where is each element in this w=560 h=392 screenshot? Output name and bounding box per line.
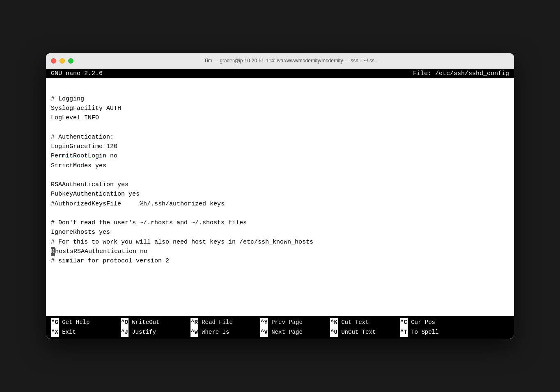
footer-item-justify: ^J Justify bbox=[121, 328, 190, 337]
line-blank-2 bbox=[51, 123, 509, 132]
desc-uncuttext: UnCut Text bbox=[338, 328, 376, 337]
line-syslog: SyslogFacility AUTH bbox=[51, 104, 509, 113]
traffic-lights bbox=[51, 58, 73, 64]
key-o: ^O bbox=[121, 318, 129, 328]
key-t: ^T bbox=[400, 328, 408, 337]
footer-item-uncuttext: ^U UnCut Text bbox=[330, 328, 400, 337]
window-title: Tim — grader@ip-10-20-51-114: /var/www/m… bbox=[73, 58, 509, 64]
line-rsa: RSAAuthentication yes bbox=[51, 180, 509, 189]
nano-content[interactable]: # Logging SyslogFacility AUTH LogLevel I… bbox=[46, 78, 514, 316]
line-auth-comment: # Authentication: bbox=[51, 132, 509, 142]
desc-curpos: Cur Pos bbox=[408, 318, 435, 328]
line-strictmodes: StrictModes yes bbox=[51, 161, 509, 171]
desc-prevpage: Prev Page bbox=[268, 318, 306, 328]
key-g: ^G bbox=[51, 318, 59, 328]
nano-header: GNU nano 2.2.6 File: /etc/ssh/sshd_confi… bbox=[46, 69, 514, 78]
footer-item-help: ^G Get Help bbox=[51, 318, 121, 328]
line-permitroot: PermitRootLogin no bbox=[51, 151, 509, 161]
desc-nextpage: Next Page bbox=[268, 328, 306, 337]
key-r: ^R bbox=[190, 318, 198, 328]
line-rhosts-comment: # Don't read the user's ~/.rhosts and ~/… bbox=[51, 218, 509, 228]
key-v: ^V bbox=[260, 328, 268, 337]
line-logging-comment: # Logging bbox=[51, 94, 509, 104]
line-blank-1 bbox=[51, 85, 509, 94]
line-ignorerhosts: IgnoreRhosts yes bbox=[51, 228, 509, 237]
desc-readfile: Read File bbox=[198, 318, 236, 328]
line-gracetime: LoginGraceTime 120 bbox=[51, 142, 509, 151]
key-u: ^U bbox=[330, 328, 338, 337]
line-hostkeys-comment: # For this to work you will also need ho… bbox=[51, 237, 509, 247]
line-blank-4 bbox=[51, 209, 509, 218]
close-button[interactable] bbox=[51, 58, 56, 64]
footer-row-2: ^X Exit ^J Justify ^W Where Is ^V Next P… bbox=[51, 328, 509, 337]
key-k: ^K bbox=[330, 318, 338, 328]
line-loglevel: LogLevel INFO bbox=[51, 113, 509, 123]
desc-help: Get Help bbox=[59, 318, 96, 328]
line-rhostsrsa: RhostsRSAAuthentication no bbox=[51, 247, 509, 256]
nano-version: GNU nano 2.2.6 bbox=[51, 70, 103, 77]
titlebar: Tim — grader@ip-10-20-51-114: /var/www/m… bbox=[46, 53, 514, 69]
footer-item-whereis: ^W Where Is bbox=[190, 328, 260, 337]
footer-item-readfile: ^R Read File bbox=[190, 318, 260, 328]
terminal-body[interactable]: GNU nano 2.2.6 File: /etc/ssh/sshd_confi… bbox=[46, 69, 514, 339]
key-j: ^J bbox=[121, 328, 129, 337]
footer-item-cuttext: ^K Cut Text bbox=[330, 318, 400, 328]
footer-item-nextpage: ^V Next Page bbox=[260, 328, 330, 337]
footer-row-1: ^G Get Help ^O WriteOut ^R Read File ^Y … bbox=[51, 318, 509, 328]
desc-whereis: Where Is bbox=[198, 328, 233, 337]
desc-tospell: To Spell bbox=[408, 328, 439, 337]
line-proto-comment: # similar for protocol version 2 bbox=[51, 256, 509, 266]
footer-item-exit: ^X Exit bbox=[51, 328, 121, 337]
desc-justify: Justify bbox=[129, 328, 166, 337]
minimize-button[interactable] bbox=[60, 58, 65, 64]
footer-item-curpos: ^C Cur Pos bbox=[400, 318, 470, 328]
line-authkeys: #AuthorizedKeysFile %h/.ssh/authorized_k… bbox=[51, 199, 509, 209]
line-pubkey: PubkeyAuthentication yes bbox=[51, 189, 509, 199]
key-x: ^X bbox=[51, 328, 59, 337]
footer-item-writeout: ^O WriteOut bbox=[121, 318, 190, 328]
terminal-window: Tim — grader@ip-10-20-51-114: /var/www/m… bbox=[46, 53, 514, 339]
desc-writeout: WriteOut bbox=[129, 318, 166, 328]
nano-footer: ^G Get Help ^O WriteOut ^R Read File ^Y … bbox=[46, 316, 514, 339]
desc-exit: Exit bbox=[59, 328, 93, 337]
footer-item-prevpage: ^Y Prev Page bbox=[260, 318, 330, 328]
key-c: ^C bbox=[400, 318, 408, 328]
cursor: R bbox=[51, 247, 55, 256]
key-y: ^Y bbox=[260, 318, 268, 328]
maximize-button[interactable] bbox=[68, 58, 73, 64]
line-blank-3 bbox=[51, 171, 509, 180]
nano-filename: File: /etc/ssh/sshd_config bbox=[413, 70, 509, 77]
footer-item-tospell: ^T To Spell bbox=[400, 328, 470, 337]
desc-cuttext: Cut Text bbox=[338, 318, 376, 328]
key-w: ^W bbox=[190, 328, 198, 337]
